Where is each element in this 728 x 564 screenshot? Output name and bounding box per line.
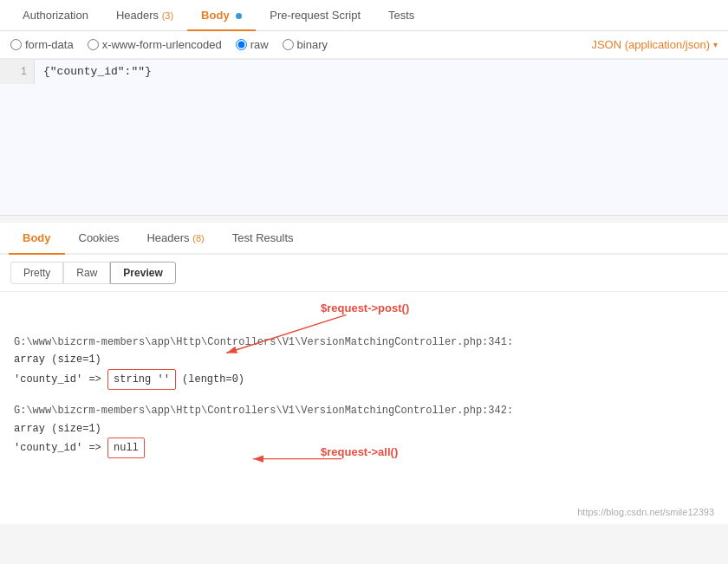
key-value-1: 'county_id' => string '' (length=0) xyxy=(14,369,714,390)
tab-authorization[interactable]: Authorization xyxy=(9,0,102,30)
response-tab-bar: Body Cookies Headers (8) Test Results xyxy=(0,223,728,255)
request-tab-bar: Authorization Headers (3) Body Pre-reque… xyxy=(0,0,728,31)
code-line-1: 1 {"county_id":""} xyxy=(0,60,728,84)
pretty-btn[interactable]: Pretty xyxy=(10,262,63,284)
tab-tests[interactable]: Tests xyxy=(374,0,428,30)
view-type-bar: Pretty Raw Preview xyxy=(0,255,728,292)
response-block-1: G:\www\bizcrm-members\app\Http\Controlle… xyxy=(14,334,714,390)
json-format-select[interactable]: JSON (application/json) ▾ xyxy=(591,38,718,51)
file-path-2: G:\www\bizcrm-members\app\Http\Controlle… xyxy=(14,402,714,419)
preview-btn[interactable]: Preview xyxy=(110,262,175,284)
null-highlight: null xyxy=(107,438,145,458)
watermark: https://blog.csdn.net/smile12393 xyxy=(0,503,728,524)
response-headers-badge: (8) xyxy=(192,233,204,243)
response-tab-body[interactable]: Body xyxy=(9,223,65,253)
response-panel: Body Cookies Headers (8) Test Results Pr… xyxy=(0,223,728,524)
chevron-down-icon: ▾ xyxy=(713,40,718,49)
body-type-row: form-data x-www-form-urlencoded raw bina… xyxy=(0,31,728,59)
array-line-1: array (size=1) xyxy=(14,351,714,368)
body-dot xyxy=(236,13,242,19)
array-line-2: array (size=1) xyxy=(14,420,714,438)
response-tab-cookies[interactable]: Cookies xyxy=(65,223,133,253)
response-tab-headers[interactable]: Headers (8) xyxy=(133,223,218,253)
string-highlight: string '' xyxy=(107,369,176,390)
file-path-1: G:\www\bizcrm-members\app\Http\Controlle… xyxy=(14,334,714,351)
bottom-spacer xyxy=(14,458,714,493)
request-panel: Authorization Headers (3) Body Pre-reque… xyxy=(0,0,728,216)
response-tab-test-results[interactable]: Test Results xyxy=(218,223,308,253)
response-content: $request->post() G:\www\bizcrm-members\a… xyxy=(0,292,728,503)
form-data-radio[interactable]: form-data xyxy=(10,38,74,51)
all-annotation: $request->all() xyxy=(321,443,398,462)
tab-body[interactable]: Body xyxy=(187,0,256,30)
raw-btn[interactable]: Raw xyxy=(63,262,110,284)
tab-headers[interactable]: Headers (3) xyxy=(102,0,187,30)
binary-radio[interactable]: binary xyxy=(283,38,328,51)
urlencoded-radio[interactable]: x-www-form-urlencoded xyxy=(88,38,222,51)
code-line-content-1: {"county_id":""} xyxy=(35,60,728,83)
raw-radio[interactable]: raw xyxy=(236,38,269,51)
tab-pre-request[interactable]: Pre-request Script xyxy=(256,0,374,30)
headers-badge: (3) xyxy=(162,10,173,21)
code-editor[interactable]: 1 {"county_id":""} xyxy=(0,59,728,215)
post-annotation: $request->post() xyxy=(321,299,409,318)
line-number-1: 1 xyxy=(0,60,35,84)
spacer xyxy=(14,390,714,402)
